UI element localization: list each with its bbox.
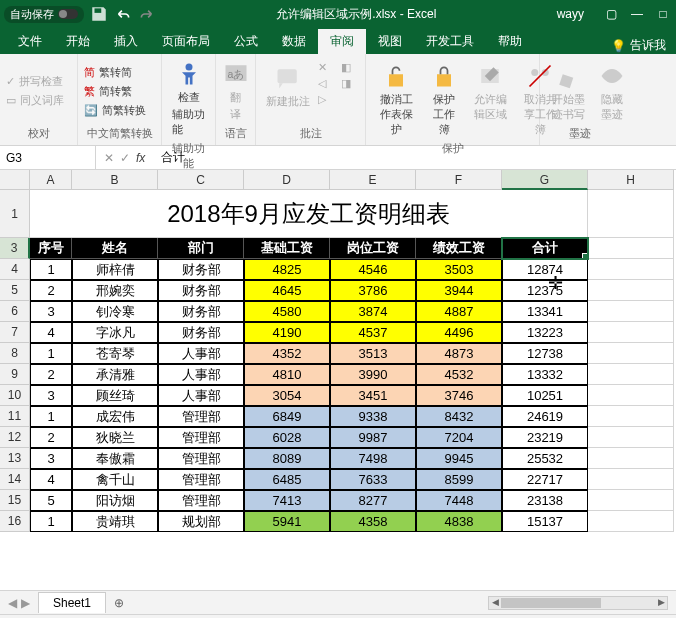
cell-post[interactable]: 3990: [330, 364, 416, 385]
tell-me-search[interactable]: 💡 告诉我: [611, 37, 666, 54]
cell[interactable]: [588, 343, 674, 364]
show-all-button[interactable]: ◨: [341, 76, 360, 91]
cell-base[interactable]: 4810: [244, 364, 330, 385]
table-header[interactable]: 岗位工资: [330, 238, 416, 259]
cell-no[interactable]: 1: [30, 406, 72, 427]
cell-perf[interactable]: 8432: [416, 406, 502, 427]
cell-name[interactable]: 字冰凡: [72, 322, 158, 343]
cell-dept[interactable]: 财务部: [158, 259, 244, 280]
thesaurus-button[interactable]: ▭同义词库: [6, 92, 71, 109]
unprotect-sheet-button[interactable]: 撤消工作表保护: [372, 58, 420, 141]
cell[interactable]: [588, 238, 674, 259]
cell-no[interactable]: 4: [30, 469, 72, 490]
next-comment-button[interactable]: ▷: [318, 92, 337, 107]
cell-base[interactable]: 4825: [244, 259, 330, 280]
cell-total[interactable]: 12738: [502, 343, 588, 364]
cell[interactable]: [588, 385, 674, 406]
name-box[interactable]: G3: [0, 146, 96, 169]
cell-base[interactable]: 7413: [244, 490, 330, 511]
table-header[interactable]: 合计: [502, 238, 588, 259]
sheet-nav[interactable]: ◀▶: [0, 596, 38, 610]
cell-dept[interactable]: 规划部: [158, 511, 244, 532]
cell-dept[interactable]: 管理部: [158, 406, 244, 427]
cell[interactable]: [588, 364, 674, 385]
cell-base[interactable]: 6485: [244, 469, 330, 490]
tab-home[interactable]: 开始: [54, 29, 102, 54]
table-header[interactable]: 绩效工资: [416, 238, 502, 259]
horizontal-scrollbar[interactable]: ◀ ▶: [132, 596, 676, 610]
cell-total[interactable]: 15137: [502, 511, 588, 532]
cell-no[interactable]: 2: [30, 280, 72, 301]
maximize-icon[interactable]: □: [654, 5, 672, 23]
cell-name[interactable]: 顾丝琦: [72, 385, 158, 406]
cell-base[interactable]: 5941: [244, 511, 330, 532]
cell-no[interactable]: 2: [30, 364, 72, 385]
cell-dept[interactable]: 财务部: [158, 322, 244, 343]
prev-comment-button[interactable]: ◁: [318, 76, 337, 91]
cell-post[interactable]: 3874: [330, 301, 416, 322]
cell-perf[interactable]: 7204: [416, 427, 502, 448]
cell-post[interactable]: 4358: [330, 511, 416, 532]
new-comment-button[interactable]: 新建批注: [262, 60, 314, 113]
row-header[interactable]: 15: [0, 490, 30, 511]
cell-name[interactable]: 奉傲霜: [72, 448, 158, 469]
tab-review[interactable]: 审阅: [318, 29, 366, 54]
row-header[interactable]: 6: [0, 301, 30, 322]
cell[interactable]: [588, 490, 674, 511]
add-sheet-button[interactable]: ⊕: [106, 596, 132, 610]
cell-perf[interactable]: 8599: [416, 469, 502, 490]
column-header[interactable]: H: [588, 170, 674, 190]
cell-name[interactable]: 狄晓兰: [72, 427, 158, 448]
cell-no[interactable]: 2: [30, 427, 72, 448]
cell-base[interactable]: 4190: [244, 322, 330, 343]
cell-name[interactable]: 阳访烟: [72, 490, 158, 511]
scroll-thumb[interactable]: [501, 598, 601, 608]
row-header[interactable]: 5: [0, 280, 30, 301]
fx-icon[interactable]: fx: [136, 151, 145, 165]
cell-dept[interactable]: 管理部: [158, 448, 244, 469]
cell[interactable]: [588, 448, 674, 469]
allow-edit-ranges-button[interactable]: 允许编辑区域: [468, 58, 512, 126]
redo-icon[interactable]: [138, 5, 156, 23]
cell-post[interactable]: 3451: [330, 385, 416, 406]
cell-dept[interactable]: 人事部: [158, 364, 244, 385]
undo-icon[interactable]: [114, 5, 132, 23]
cell-total[interactable]: 13341: [502, 301, 588, 322]
row-header[interactable]: 13: [0, 448, 30, 469]
cell-name[interactable]: 禽千山: [72, 469, 158, 490]
cell-base[interactable]: 4352: [244, 343, 330, 364]
cell-base[interactable]: 6849: [244, 406, 330, 427]
cell-name[interactable]: 邢婉奕: [72, 280, 158, 301]
cell[interactable]: [588, 406, 674, 427]
cell-name[interactable]: 钊冷寒: [72, 301, 158, 322]
cell[interactable]: [588, 469, 674, 490]
cell-no[interactable]: 1: [30, 511, 72, 532]
cell-name[interactable]: 师梓倩: [72, 259, 158, 280]
row-header[interactable]: 11: [0, 406, 30, 427]
table-header[interactable]: 序号: [30, 238, 72, 259]
cell-base[interactable]: 8089: [244, 448, 330, 469]
cell-no[interactable]: 3: [30, 448, 72, 469]
tab-file[interactable]: 文件: [6, 29, 54, 54]
cell-post[interactable]: 4537: [330, 322, 416, 343]
cell-post[interactable]: 3786: [330, 280, 416, 301]
cell-dept[interactable]: 人事部: [158, 343, 244, 364]
translate-button[interactable]: aあ 翻 译: [222, 56, 249, 126]
cell-no[interactable]: 5: [30, 490, 72, 511]
cell-post[interactable]: 7633: [330, 469, 416, 490]
show-comment-button[interactable]: ◧: [341, 60, 360, 75]
minimize-icon[interactable]: —: [628, 5, 646, 23]
cell-perf[interactable]: 3944: [416, 280, 502, 301]
formula-input[interactable]: 合计: [153, 149, 676, 166]
protect-workbook-button[interactable]: 保护工作簿: [424, 58, 464, 141]
tab-help[interactable]: 帮助: [486, 29, 534, 54]
scroll-right-icon[interactable]: ▶: [655, 597, 667, 609]
tab-formulas[interactable]: 公式: [222, 29, 270, 54]
cell[interactable]: [588, 511, 674, 532]
cell-dept[interactable]: 管理部: [158, 469, 244, 490]
cell-perf[interactable]: 4887: [416, 301, 502, 322]
cell-post[interactable]: 4546: [330, 259, 416, 280]
cell-dept[interactable]: 财务部: [158, 301, 244, 322]
cell-no[interactable]: 3: [30, 385, 72, 406]
cell[interactable]: [588, 322, 674, 343]
